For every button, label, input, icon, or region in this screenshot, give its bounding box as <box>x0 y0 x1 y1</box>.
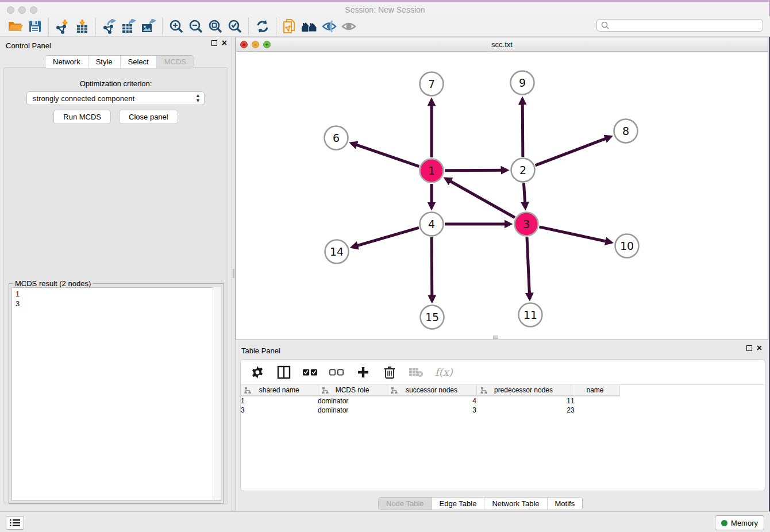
window-title: Session: New Session <box>0 5 770 14</box>
network-window-title: scc.txt <box>236 40 768 49</box>
graph-node-1[interactable]: 1 <box>420 159 444 183</box>
tab-select[interactable]: Select <box>120 56 156 68</box>
split-columns-icon[interactable] <box>276 365 291 380</box>
table-cell[interactable]: 4 <box>387 396 476 406</box>
table-cell[interactable]: 1 <box>241 396 318 406</box>
zoom-in-icon[interactable] <box>167 18 186 35</box>
column-header-shared-name[interactable]: shared name <box>241 385 318 396</box>
export-network-icon[interactable] <box>100 18 120 35</box>
table-panel-close-icon[interactable]: × <box>757 345 762 351</box>
tab-network-table[interactable]: Network Table <box>484 498 546 510</box>
zoom-out-icon[interactable] <box>186 18 206 35</box>
run-mcds-button[interactable]: Run MCDS <box>53 110 111 124</box>
zoom-selected-icon[interactable] <box>225 18 245 35</box>
graph-node-15[interactable]: 15 <box>421 306 444 329</box>
clone-network-icon[interactable] <box>280 18 300 35</box>
table-row[interactable]: 1dominator411 <box>241 396 765 406</box>
table-cell[interactable]: 3 <box>241 406 318 415</box>
memory-button[interactable]: Memory <box>715 515 764 530</box>
column-header-name[interactable]: name <box>571 385 619 396</box>
result-scrollbar[interactable] <box>213 287 221 500</box>
tab-style[interactable]: Style <box>88 56 120 68</box>
network-graph: 7968124314101511 <box>236 52 768 340</box>
toolbar-separator <box>162 18 163 35</box>
graph-edge-4-14[interactable] <box>352 228 419 247</box>
houses-icon[interactable] <box>300 18 319 35</box>
graph-edge-1-6[interactable] <box>351 143 419 166</box>
gear-icon[interactable] <box>250 365 265 380</box>
graph-edge-2-3[interactable] <box>523 183 525 208</box>
tab-edge-table[interactable]: Edge Table <box>432 498 484 510</box>
column-header-mcds-role[interactable]: MCDS role <box>318 385 387 396</box>
control-panel-close-icon[interactable]: × <box>222 40 227 46</box>
hierarchy-icon <box>322 387 329 394</box>
canvas-resize-handle[interactable] <box>493 336 498 339</box>
hide-eye-icon[interactable] <box>319 18 339 35</box>
table-cell[interactable]: 1 <box>476 396 571 406</box>
graph-node-6[interactable]: 6 <box>325 126 348 150</box>
splitter-handle[interactable] <box>233 269 234 278</box>
close-panel-button[interactable]: Close panel <box>119 110 178 124</box>
vertical-splitter[interactable] <box>232 37 236 511</box>
graph-edge-2-8[interactable] <box>536 137 611 165</box>
table-cell[interactable]: dominator <box>318 396 387 406</box>
table-panel-float-icon[interactable] <box>746 345 752 351</box>
table-panel-title: Table Panel <box>241 346 280 355</box>
svg-text:8: 8 <box>622 125 629 137</box>
save-floppy-icon[interactable] <box>25 18 45 35</box>
graph-edge-3-10[interactable] <box>539 227 611 242</box>
node-table: shared name MCDS role successor nodes pr… <box>241 385 765 415</box>
search-input[interactable] <box>610 21 763 30</box>
graph-node-14[interactable]: 14 <box>325 240 349 264</box>
network-canvas[interactable]: 7968124314101511 <box>236 52 768 340</box>
tab-node-table[interactable]: Node Table <box>379 498 432 510</box>
table-cell[interactable]: dominator <box>318 406 387 415</box>
show-eye-icon[interactable] <box>339 18 359 35</box>
table-cell[interactable]: 1 <box>571 396 619 406</box>
mcds-result-title: MCDS result (2 nodes) <box>13 279 93 288</box>
graph-edge-3-1[interactable] <box>445 179 515 218</box>
open-folder-icon[interactable] <box>6 18 25 35</box>
graph-node-3[interactable]: 3 <box>515 213 538 236</box>
export-image-icon[interactable] <box>139 18 159 35</box>
search-field-container <box>596 19 763 32</box>
graph-edge-3-11[interactable] <box>527 237 530 299</box>
graph-node-9[interactable]: 9 <box>511 71 534 95</box>
table-cell[interactable]: 3 <box>387 406 476 415</box>
graph-node-11[interactable]: 11 <box>519 303 542 327</box>
status-bar: Memory <box>0 511 770 532</box>
graph-node-8[interactable]: 8 <box>614 119 638 143</box>
graph-edge-1-2[interactable] <box>445 170 507 171</box>
graph-node-4[interactable]: 4 <box>420 213 444 236</box>
table-row[interactable]: 3dominator323 <box>241 406 765 415</box>
optimization-criterion-select[interactable]: strongly connected component ▲▼ <box>26 91 205 105</box>
control-panel-float-icon[interactable] <box>211 40 217 46</box>
column-header-successor-nodes[interactable]: successor nodes <box>387 385 476 396</box>
import-table-icon[interactable] <box>72 18 92 35</box>
graph-node-7[interactable]: 7 <box>420 72 444 96</box>
tab-network[interactable]: Network <box>45 56 88 68</box>
graph-edge-4-15[interactable] <box>432 237 432 301</box>
table-cell[interactable]: 3 <box>571 406 619 415</box>
graph-edge-2-9[interactable] <box>522 99 523 157</box>
refresh-arrows-icon[interactable] <box>253 18 272 35</box>
deselect-checkboxes-icon[interactable] <box>329 365 344 380</box>
graph-node-2[interactable]: 2 <box>511 159 535 182</box>
trash-icon[interactable] <box>382 365 397 380</box>
import-network-icon[interactable] <box>53 18 72 35</box>
delete-table-icon[interactable] <box>409 365 424 380</box>
export-table-icon[interactable] <box>120 18 139 35</box>
network-window-titlebar[interactable]: × − + scc.txt <box>236 37 768 52</box>
add-plus-icon[interactable] <box>356 365 371 380</box>
select-all-checkboxes-icon[interactable] <box>303 365 318 380</box>
table-cell-filler <box>619 396 765 406</box>
column-header-predecessor-nodes[interactable]: predecessor nodes <box>476 385 571 396</box>
function-fx-icon[interactable]: f(x) <box>435 366 453 378</box>
zoom-fit-icon[interactable] <box>206 18 225 35</box>
graph-node-10[interactable]: 10 <box>615 234 639 258</box>
table-cell[interactable]: 2 <box>476 406 571 415</box>
tab-motifs[interactable]: Motifs <box>547 498 583 510</box>
tab-mcds[interactable]: MCDS <box>156 56 194 68</box>
task-list-button[interactable] <box>6 516 24 530</box>
table-panel-header: Table Panel × <box>236 342 770 358</box>
